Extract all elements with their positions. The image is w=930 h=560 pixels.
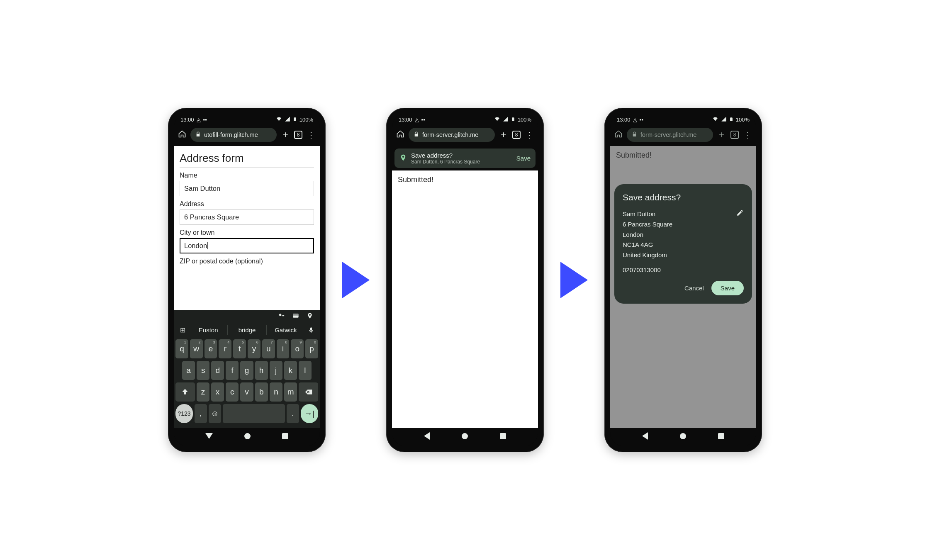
numeric-key[interactable]: ?123: [175, 404, 193, 423]
status-icon-shield: ◬: [633, 117, 637, 123]
key-j[interactable]: j: [270, 361, 282, 380]
prompt-title: Save address?: [411, 152, 512, 159]
enter-key[interactable]: →|: [301, 404, 318, 423]
phone-frame-3: 13:00 ◬ ▪▪ 100% form-server.glitch.me + …: [604, 108, 762, 452]
save-button[interactable]: Save: [711, 281, 744, 295]
flow-arrow-2: [560, 262, 588, 298]
key-l[interactable]: l: [299, 361, 312, 380]
addr-line-street: 6 Pancras Square: [623, 219, 736, 230]
edit-icon[interactable]: [736, 209, 744, 218]
prompt-save-button[interactable]: Save: [516, 155, 531, 162]
nav-back[interactable]: [642, 432, 648, 440]
space-key[interactable]: [223, 404, 285, 423]
menu-icon[interactable]: ⋮: [743, 133, 752, 136]
location-icon[interactable]: [306, 312, 314, 321]
nav-recents[interactable]: [282, 433, 288, 439]
key-b[interactable]: b: [255, 382, 268, 402]
home-icon[interactable]: [396, 130, 404, 140]
key-d[interactable]: d: [211, 361, 224, 380]
browser-toolbar: form-server.glitch.me + 8 ⋮: [610, 125, 756, 146]
key-w[interactable]: w2: [190, 339, 203, 358]
nav-home[interactable]: [462, 433, 468, 439]
key-f[interactable]: f: [226, 361, 239, 380]
screen-2: 13:00 ◬ ▪▪ 100% form-server.glitch.me + …: [392, 114, 538, 446]
emoji-key[interactable]: ☺: [209, 404, 221, 423]
url-text: form-server.glitch.me: [422, 131, 478, 138]
tab-switcher[interactable]: 8: [730, 131, 739, 139]
nav-home[interactable]: [244, 433, 251, 439]
key-y[interactable]: y6: [248, 339, 260, 358]
key-q[interactable]: q1: [175, 339, 188, 358]
key-s[interactable]: s: [197, 361, 209, 380]
nav-recents[interactable]: [718, 433, 724, 439]
key-z[interactable]: z: [197, 382, 209, 402]
label-city: City or town: [180, 229, 314, 236]
payment-icon[interactable]: [292, 312, 300, 321]
url-bar[interactable]: form-server.glitch.me: [409, 128, 495, 142]
key-m[interactable]: m: [284, 382, 297, 402]
key-p[interactable]: p0: [305, 339, 318, 358]
tab-switcher[interactable]: 8: [512, 131, 521, 139]
suggestion-2[interactable]: bridge: [227, 325, 266, 335]
key-o[interactable]: o9: [291, 339, 304, 358]
key-i[interactable]: i8: [277, 339, 290, 358]
url-bar[interactable]: form-server.glitch.me: [627, 128, 713, 142]
status-battery-icon: [511, 116, 515, 124]
key-k[interactable]: k: [284, 361, 297, 380]
password-icon[interactable]: [278, 312, 286, 321]
field-city: City or town London: [180, 229, 314, 253]
status-battery-icon: [729, 116, 733, 124]
suggestion-1[interactable]: Euston: [189, 325, 227, 335]
keyboard-menu-icon[interactable]: ⊞: [176, 326, 189, 334]
url-bar[interactable]: utofill-form.glitch.me: [190, 128, 277, 142]
key-c[interactable]: c: [226, 382, 239, 402]
menu-icon[interactable]: ⋮: [525, 133, 534, 136]
nav-home[interactable]: [680, 433, 686, 439]
menu-icon[interactable]: ⋮: [307, 133, 316, 136]
status-icon-apps: ▪▪: [640, 117, 643, 123]
lock-icon: [414, 131, 419, 138]
status-battery-pct: 100%: [299, 117, 313, 123]
new-tab-icon[interactable]: +: [499, 130, 508, 140]
system-nav: [392, 428, 538, 446]
home-icon[interactable]: [614, 130, 623, 140]
shift-key[interactable]: [175, 382, 195, 402]
input-name[interactable]: Sam Dutton: [180, 181, 314, 196]
key-a[interactable]: a: [182, 361, 195, 380]
status-time: 13:00: [180, 117, 194, 123]
cancel-button[interactable]: Cancel: [684, 285, 704, 292]
nav-back[interactable]: [424, 432, 430, 440]
key-v[interactable]: v: [240, 382, 253, 402]
comma-key[interactable]: ,: [195, 404, 207, 423]
status-icon-apps: ▪▪: [203, 117, 207, 123]
label-address: Address: [180, 200, 314, 208]
key-x[interactable]: x: [211, 382, 224, 402]
status-wifi-icon: [276, 116, 282, 123]
key-n[interactable]: n: [270, 382, 282, 402]
nav-hide-keyboard[interactable]: [205, 433, 213, 439]
period-key[interactable]: .: [287, 404, 299, 423]
home-icon[interactable]: [178, 130, 186, 140]
key-g[interactable]: g: [240, 361, 253, 380]
key-t[interactable]: t5: [233, 339, 246, 358]
key-e[interactable]: e3: [205, 339, 217, 358]
status-signal-icon: [721, 116, 727, 123]
key-h[interactable]: h: [255, 361, 268, 380]
input-address[interactable]: 6 Pancras Square: [180, 209, 314, 225]
system-nav: [174, 428, 320, 446]
mic-icon[interactable]: [305, 327, 317, 334]
tab-switcher[interactable]: 8: [294, 131, 302, 139]
url-text: utofill-form.glitch.me: [204, 131, 258, 138]
backspace-key[interactable]: [299, 382, 318, 402]
status-time: 13:00: [399, 117, 412, 123]
input-city[interactable]: London: [180, 238, 314, 253]
new-tab-icon[interactable]: +: [717, 130, 726, 140]
new-tab-icon[interactable]: +: [281, 130, 290, 140]
key-u[interactable]: u7: [262, 339, 275, 358]
page-content: Submitted!: [392, 170, 538, 428]
suggestion-3[interactable]: Gatwick: [266, 325, 305, 335]
nav-recents[interactable]: [500, 433, 506, 439]
field-name: Name Sam Dutton: [180, 172, 314, 196]
key-r[interactable]: r4: [219, 339, 231, 358]
screen-1: 13:00 ◬ ▪▪ 100% utofill-form.glitch.me +…: [174, 114, 320, 446]
